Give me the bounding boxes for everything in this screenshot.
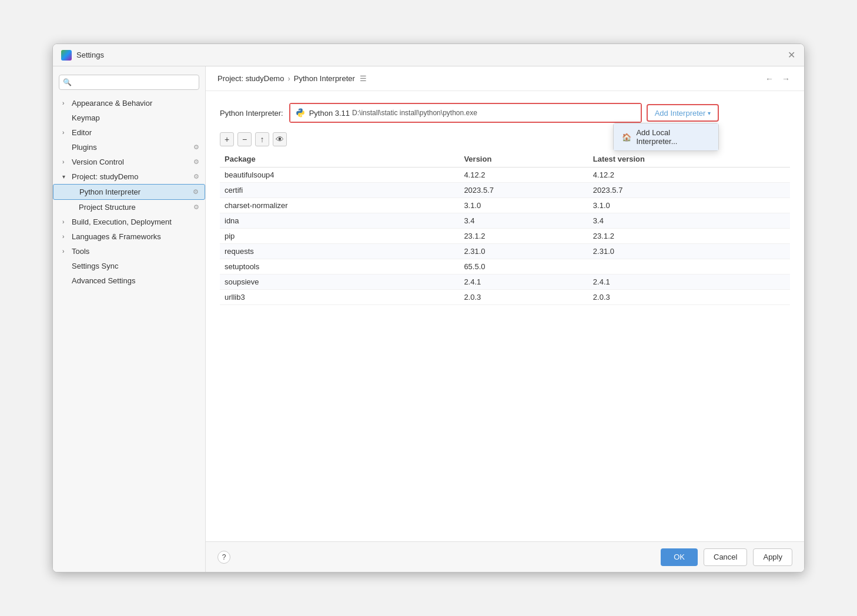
arrow-icon: ▾ [62, 173, 69, 180]
col-latest-version: Latest version [588, 151, 790, 168]
cell-latest: 23.1.2 [588, 229, 790, 244]
settings-icon: ⚙ [193, 188, 199, 196]
add-local-interpreter-label: Add Local Interpreter... [636, 128, 710, 146]
col-version: Version [459, 151, 588, 168]
packages-header-row: Package Version Latest version [220, 151, 790, 168]
sidebar-item-label: Version Control [72, 158, 124, 166]
main-content: 🔍 ›Appearance & BehaviorKeymap›EditorPlu… [53, 66, 804, 572]
add-interpreter-label: Add Interpreter [655, 109, 706, 118]
sidebar-item-build-exec-deploy[interactable]: ›Build, Execution, Deployment [53, 215, 205, 229]
table-row[interactable]: pip23.1.223.1.2 [220, 229, 790, 244]
window-title: Settings [76, 51, 786, 59]
cell-latest: 2.0.3 [588, 290, 790, 305]
close-button[interactable]: ✕ [786, 51, 796, 60]
cell-version: 3.4 [459, 213, 588, 229]
cell-latest: 2023.5.7 [588, 183, 790, 198]
python-icon [295, 108, 306, 118]
table-row[interactable]: idna3.43.4 [220, 213, 790, 229]
breadcrumb-bar: Project: studyDemo › Python Interpreter … [206, 66, 804, 91]
table-row[interactable]: charset-normalizer3.1.03.1.0 [220, 198, 790, 213]
interpreter-select[interactable]: Python 3.11 D:\install\static install\py… [290, 104, 641, 122]
cell-package: requests [220, 244, 459, 259]
sidebar-item-label: Tools [72, 247, 89, 256]
interpreter-path: D:\install\static install\python\python.… [352, 109, 477, 117]
sidebar-item-label: Keymap [72, 113, 100, 122]
col-package: Package [220, 151, 459, 168]
add-interpreter-dropdown: 🏠 Add Local Interpreter... [613, 123, 719, 151]
title-bar: Settings ✕ [53, 44, 804, 66]
cell-package: idna [220, 213, 459, 229]
cell-latest: 2.4.1 [588, 274, 790, 290]
nav-back-arrow[interactable]: ← [763, 73, 776, 85]
settings-icon: ⚙ [193, 173, 199, 180]
sidebar-item-label: Appearance & Behavior [72, 99, 152, 108]
table-row[interactable]: setuptools65.5.0 [220, 259, 790, 274]
interpreter-name: Python 3.11 [309, 109, 350, 118]
table-row[interactable]: soupsieve2.4.12.4.1 [220, 274, 790, 290]
main-panel: Project: studyDemo › Python Interpreter … [206, 66, 804, 572]
sidebar-item-label: Languages & Frameworks [72, 232, 161, 241]
arrow-icon: › [62, 129, 69, 136]
sidebar-item-project-structure[interactable]: Project Structure⚙ [53, 200, 205, 215]
search-box: 🔍 [59, 75, 199, 90]
search-input[interactable] [59, 75, 199, 90]
table-row[interactable]: requests2.31.02.31.0 [220, 244, 790, 259]
settings-icon: ⚙ [193, 203, 199, 211]
cell-latest: 4.12.2 [588, 168, 790, 183]
cell-version: 4.12.2 [459, 168, 588, 183]
cell-version: 2.0.3 [459, 290, 588, 305]
settings-icon: ⚙ [193, 158, 199, 166]
add-interpreter-btn-wrap: Add Interpreter ▾ 🏠 Add Local Interprete… [647, 104, 719, 122]
table-row[interactable]: beautifulsoup44.12.24.12.2 [220, 168, 790, 183]
breadcrumb-page: Python Interpreter [294, 74, 355, 83]
cell-package: urllib3 [220, 290, 459, 305]
remove-package-button[interactable]: − [237, 132, 252, 146]
up-package-button[interactable]: ↑ [255, 132, 269, 146]
cell-version: 23.1.2 [459, 229, 588, 244]
sidebar-item-settings-sync[interactable]: Settings Sync [53, 259, 205, 273]
sidebar-item-python-interpreter[interactable]: Python Interpreter⚙ [53, 184, 205, 200]
interpreter-label: Python Interpreter: [220, 109, 283, 118]
app-icon [61, 50, 72, 61]
sidebar-item-advanced-settings[interactable]: Advanced Settings [53, 273, 205, 288]
add-package-button[interactable]: + [220, 132, 234, 146]
sidebar-item-label: Advanced Settings [72, 276, 135, 285]
table-row[interactable]: certifi2023.5.72023.5.7 [220, 183, 790, 198]
add-local-interpreter-item[interactable]: 🏠 Add Local Interpreter... [614, 123, 718, 150]
apply-button[interactable]: Apply [753, 548, 792, 566]
panel-content: Python Interpreter: Python 3.11 D:\insta… [206, 91, 804, 541]
sidebar-item-tools[interactable]: ›Tools [53, 244, 205, 259]
cell-version: 3.1.0 [459, 198, 588, 213]
sidebar-item-version-control[interactable]: ›Version Control⚙ [53, 155, 205, 169]
cell-latest: 3.1.0 [588, 198, 790, 213]
nav-forward-arrow[interactable]: → [779, 73, 792, 85]
sidebar-item-plugins[interactable]: Plugins⚙ [53, 140, 205, 155]
sidebar-item-languages-frameworks[interactable]: ›Languages & Frameworks [53, 229, 205, 244]
table-row[interactable]: urllib32.0.32.0.3 [220, 290, 790, 305]
sidebar-item-label: Project: studyDemo [72, 172, 138, 181]
interpreter-row: Python Interpreter: Python 3.11 D:\insta… [220, 103, 790, 123]
cell-latest: 2.31.0 [588, 244, 790, 259]
sidebar-item-project-studydemo[interactable]: ▾Project: studyDemo⚙ [53, 169, 205, 184]
cell-package: soupsieve [220, 274, 459, 290]
breadcrumb-project[interactable]: Project: studyDemo [217, 74, 284, 83]
cell-version: 65.5.0 [459, 259, 588, 274]
cell-version: 2.4.1 [459, 274, 588, 290]
arrow-icon: › [62, 248, 69, 255]
sidebar-item-label: Build, Execution, Deployment [72, 217, 172, 226]
cancel-button[interactable]: Cancel [704, 548, 747, 566]
sidebar-item-keymap[interactable]: Keymap [53, 111, 205, 125]
sidebar-item-appearance[interactable]: ›Appearance & Behavior [53, 96, 205, 111]
cell-version: 2023.5.7 [459, 183, 588, 198]
breadcrumb-menu-icon[interactable]: ☰ [360, 74, 367, 83]
cell-package: beautifulsoup4 [220, 168, 459, 183]
help-button[interactable]: ? [217, 551, 230, 564]
add-interpreter-button[interactable]: Add Interpreter ▾ [647, 104, 719, 122]
sidebar-item-editor[interactable]: ›Editor [53, 125, 205, 140]
sidebar: 🔍 ›Appearance & BehaviorKeymap›EditorPlu… [53, 66, 206, 572]
sidebar-item-label: Python Interpreter [79, 188, 140, 196]
settings-icon: ⚙ [193, 143, 199, 151]
ok-button[interactable]: OK [661, 548, 698, 566]
eye-package-button[interactable]: 👁 [273, 132, 287, 146]
cell-package: charset-normalizer [220, 198, 459, 213]
